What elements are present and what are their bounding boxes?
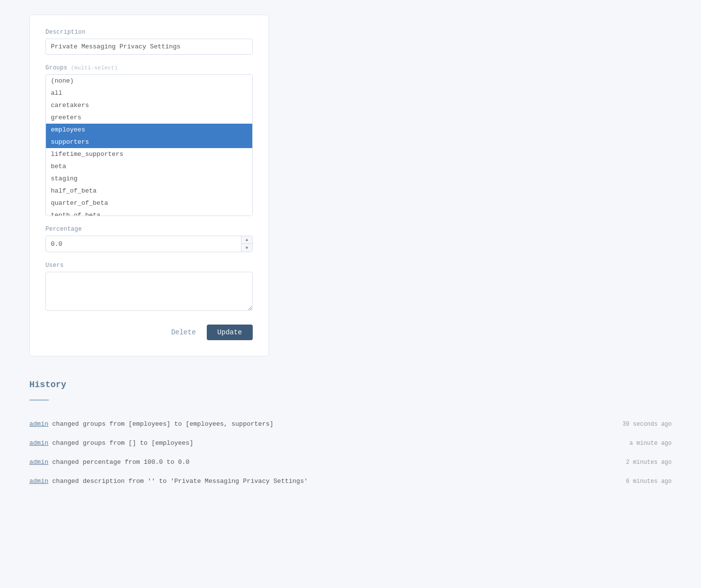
percentage-field: Percentage ▲ ▼	[45, 226, 253, 252]
spinner-up-button[interactable]: ▲	[241, 236, 252, 244]
form-card: Description Groups (multi-select) (none)…	[29, 15, 269, 356]
description-label: Description	[45, 29, 253, 36]
delete-button[interactable]: Delete	[166, 326, 200, 339]
percentage-input[interactable]	[46, 237, 241, 252]
history-user-link[interactable]: admin	[29, 458, 48, 466]
page-container: Description Groups (multi-select) (none)…	[0, 0, 701, 505]
history-item: admin changed description from '' to 'Pr…	[29, 472, 672, 491]
history-time: 2 minutes ago	[626, 459, 672, 466]
history-user-link[interactable]: admin	[29, 439, 48, 447]
spinner-buttons: ▲ ▼	[241, 236, 252, 252]
groups-field: Groups (multi-select) (none)allcaretaker…	[45, 65, 253, 216]
groups-select[interactable]: (none)allcaretakersgreetersemployeessupp…	[45, 74, 253, 216]
percentage-wrapper: ▲ ▼	[45, 236, 253, 252]
users-textarea[interactable]	[45, 272, 253, 311]
history-user-link[interactable]: admin	[29, 420, 48, 428]
description-field: Description	[45, 29, 253, 55]
history-item: admin changed percentage from 100.0 to 0…	[29, 453, 672, 472]
update-button[interactable]: Update	[207, 325, 253, 340]
history-list: admin changed groups from [employees] to…	[29, 414, 672, 491]
history-user-link[interactable]: admin	[29, 478, 48, 485]
history-title: History	[29, 380, 672, 390]
description-input[interactable]	[45, 39, 253, 55]
history-time: a minute ago	[630, 440, 672, 447]
users-field: Users	[45, 262, 253, 313]
history-item: admin changed groups from [] to [employe…	[29, 434, 672, 453]
history-text: admin changed groups from [employees] to…	[29, 420, 613, 428]
history-text: admin changed description from '' to 'Pr…	[29, 478, 616, 485]
groups-hint: (multi-select)	[71, 65, 118, 71]
history-divider	[29, 399, 49, 401]
history-text: admin changed groups from [] to [employe…	[29, 439, 620, 447]
history-section: History admin changed groups from [emplo…	[29, 380, 672, 491]
spinner-down-button[interactable]: ▼	[241, 244, 252, 252]
history-text: admin changed percentage from 100.0 to 0…	[29, 458, 616, 466]
groups-label: Groups (multi-select)	[45, 65, 253, 71]
users-label: Users	[45, 262, 253, 269]
form-actions: Delete Update	[45, 325, 253, 340]
history-time: 39 seconds ago	[622, 421, 672, 428]
history-time: 6 minutes ago	[626, 478, 672, 485]
history-item: admin changed groups from [employees] to…	[29, 414, 672, 434]
percentage-label: Percentage	[45, 226, 253, 233]
